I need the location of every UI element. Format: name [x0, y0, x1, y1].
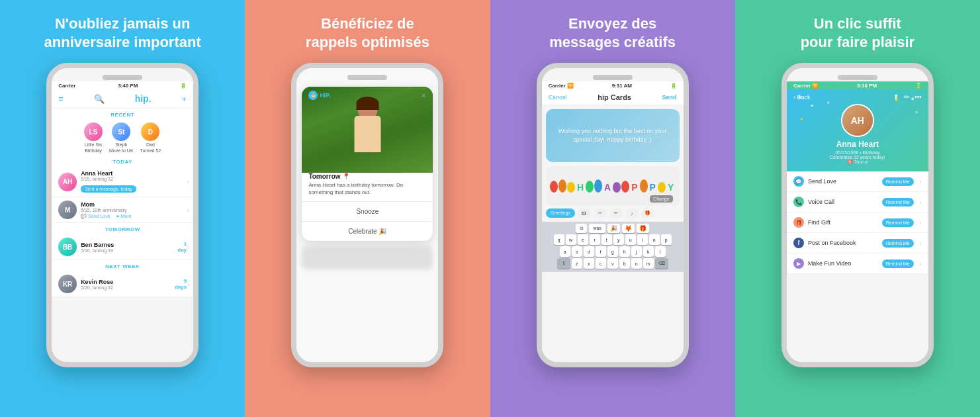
voice-call-icon: 📞	[793, 197, 804, 207]
key-g[interactable]: g	[607, 246, 618, 257]
recent-name-2: Dad	[146, 142, 155, 147]
key-emoji-1[interactable]: 🎉	[607, 224, 620, 233]
send-love-label: Send Love	[808, 178, 878, 185]
more-btn[interactable]: ➤ More	[116, 214, 132, 219]
ben-sub: 5/16, turning 33	[81, 248, 173, 253]
action-voice-call[interactable]: 📞 Voice Call Remind Me ›	[787, 192, 928, 212]
key-n[interactable]: n	[631, 258, 642, 269]
key-e[interactable]: e	[578, 234, 588, 245]
key-d[interactable]: d	[584, 246, 594, 257]
key-o[interactable]: o	[649, 234, 660, 245]
key-q[interactable]: q	[554, 234, 564, 245]
notif-app-header: 🎂 HIP. ✕	[302, 87, 433, 103]
gift-tab[interactable]: 🎁	[641, 208, 654, 218]
share-icon[interactable]: ⬆	[893, 93, 899, 101]
key-emoji-3[interactable]: 🎁	[637, 224, 649, 233]
recent-item-2[interactable]: D Dad Turned 52	[140, 122, 161, 153]
add-icon[interactable]: +	[182, 94, 187, 104]
keyboard-word-row: is was 🎉 🦊 🎁	[543, 224, 682, 233]
remind-send-love[interactable]: Remind Me	[882, 177, 914, 186]
key-was[interactable]: was	[589, 224, 605, 233]
key-s[interactable]: s	[572, 246, 582, 257]
find-gift-icon: 🎁	[793, 217, 804, 228]
change-button[interactable]: Change	[650, 195, 673, 203]
key-a[interactable]: a	[560, 246, 570, 257]
greetings-tab[interactable]: Greetings	[546, 208, 575, 218]
recent-item-1[interactable]: St Steph Move to UK	[109, 122, 134, 153]
key-x[interactable]: x	[584, 258, 594, 269]
snooze-button[interactable]: Snooze	[302, 202, 433, 222]
key-f[interactable]: f	[596, 246, 606, 257]
key-shift[interactable]: ⇧	[557, 258, 570, 269]
happy-birthday-visual: H A P P Y	[550, 179, 675, 193]
send-love-btn[interactable]: 💬 Send Love	[81, 214, 110, 219]
profile-nav-row: ‹ Back ⬆ ✏ •••	[793, 93, 922, 101]
remind-find-gift[interactable]: Remind Me	[882, 218, 914, 227]
menu-icon[interactable]: ≡	[58, 94, 64, 104]
key-is[interactable]: is	[576, 224, 587, 233]
action-post-facebook[interactable]: f Post on Facebook Remind Me ›	[787, 233, 928, 254]
remind-facebook[interactable]: Remind Me	[882, 239, 914, 248]
key-b[interactable]: b	[619, 258, 630, 269]
key-j[interactable]: j	[631, 246, 642, 257]
celebrate-button[interactable]: Celebrate 🎉	[302, 222, 433, 241]
phone-4: Carrier 🛜 3:16 PM 🔋 ★ ✦ ★ ✦ ★ ★ ★ ‹	[781, 63, 934, 367]
key-h[interactable]: h	[619, 246, 630, 257]
draw-tab[interactable]: ✏	[609, 208, 623, 218]
header-actions: ⬆ ✏ •••	[893, 93, 922, 101]
avatar-dad: D	[141, 122, 159, 141]
avatar-mom: M	[58, 201, 77, 219]
music-tab[interactable]: ♪	[625, 208, 639, 218]
cancel-button[interactable]: Cancel	[549, 94, 567, 101]
key-u[interactable]: u	[625, 234, 636, 245]
panel-2: Bénéficiez de rappels optimisés	[245, 0, 490, 417]
action-send-love[interactable]: 💬 Send Love Remind Me ›	[787, 171, 928, 192]
contact-anna[interactable]: AH Anna Heart 5/15, turning 32 Sent a me…	[52, 167, 193, 197]
kevin-name: Kevin Rose	[81, 279, 171, 285]
recent-item-0[interactable]: LS Little Sis Birthday	[84, 122, 103, 153]
action-fun-video[interactable]: ▶ Make Fun Video Remind Me ›	[787, 254, 928, 274]
remind-voice-call[interactable]: Remind Me	[882, 198, 914, 207]
contact-mom[interactable]: M Mom 5/15, 20th anniversary 💬 Send Love…	[52, 197, 193, 223]
chevron-send-love: ›	[920, 178, 922, 185]
remind-fun-video[interactable]: Remind Me	[882, 259, 914, 268]
key-y[interactable]: y	[613, 234, 624, 245]
key-c[interactable]: c	[596, 258, 606, 269]
blurred-content	[302, 246, 433, 269]
send-button[interactable]: Send	[662, 94, 677, 101]
sticker-tab[interactable]: 🖼	[578, 208, 591, 218]
search-icon[interactable]: 🔍	[94, 94, 105, 104]
time-4: 3:16 PM	[857, 83, 877, 89]
contact-kevin[interactable]: KR Kevin Rose 5/20, turning 32 5days ›	[52, 271, 193, 297]
chevron-voice-call: ›	[920, 199, 922, 206]
close-icon[interactable]: ✕	[421, 92, 426, 99]
time-3: 9:31 AM	[612, 83, 632, 89]
more-icon[interactable]: •••	[914, 93, 922, 101]
key-v[interactable]: v	[607, 258, 618, 269]
key-i[interactable]: i	[637, 234, 648, 245]
key-w[interactable]: w	[566, 234, 576, 245]
kevin-days: 5days	[175, 278, 187, 290]
contact-ben[interactable]: BB Ben Barnes 5/16, turning 33 1day ›	[52, 234, 193, 260]
key-delete[interactable]: ⌫	[655, 258, 668, 269]
chevron-ben: ›	[187, 244, 189, 251]
anna-info: Anna Heart 5/15, turning 32 Sent a messa…	[81, 170, 187, 193]
ben-info: Ben Barnes 5/16, turning 33	[81, 242, 173, 253]
back-button[interactable]: ‹ Back	[793, 94, 811, 101]
notif-app-name: 🎂 HIP.	[308, 91, 330, 100]
key-m[interactable]: m	[643, 258, 654, 269]
keyboard: is was 🎉 🦊 🎁 q w e r t y u i o p	[542, 222, 684, 272]
status-bar-3: Carrier 🛜 9:31 AM 🔋	[542, 81, 684, 90]
action-find-gift[interactable]: 🎁 Find Gift Remind Me ›	[787, 212, 928, 233]
key-k[interactable]: k	[643, 246, 654, 257]
key-l[interactable]: l	[655, 246, 666, 257]
edit-icon[interactable]: ✏	[904, 93, 909, 101]
gif-tab[interactable]: ✂	[594, 208, 607, 218]
key-t[interactable]: t	[601, 234, 612, 245]
key-z[interactable]: z	[572, 258, 582, 269]
key-p[interactable]: p	[661, 234, 672, 245]
post-facebook-label: Post on Facebook	[808, 240, 878, 246]
key-emoji-2[interactable]: 🦊	[622, 224, 635, 233]
tomorrow-label: Tomorrow 📍	[308, 173, 426, 180]
key-r[interactable]: r	[590, 234, 600, 245]
